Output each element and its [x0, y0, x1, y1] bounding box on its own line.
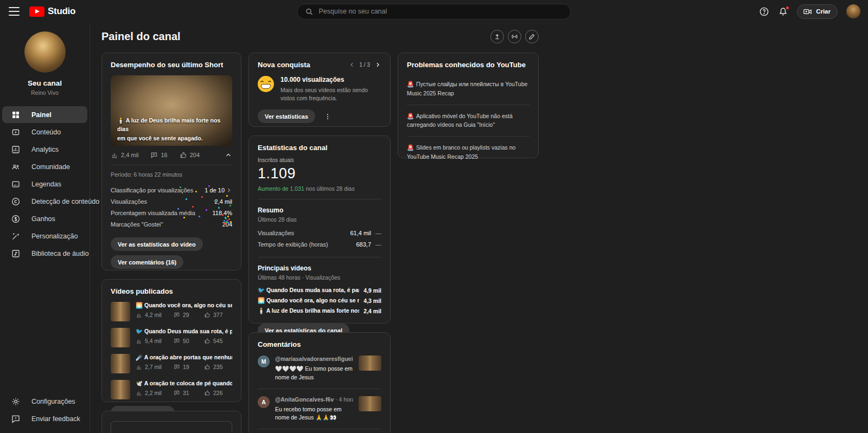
likes-icon	[204, 312, 210, 318]
upload-video-button[interactable]	[490, 30, 504, 43]
issue-item[interactable]: 🚨Slides em branco ou playlists vazias no…	[407, 136, 529, 168]
comments-icon	[174, 338, 180, 344]
sidebar-item-painel[interactable]: Painel	[2, 106, 87, 123]
youtube-logo-icon	[29, 7, 44, 17]
achievement-title: Nova conquista	[258, 61, 310, 69]
short-comments: 16	[161, 152, 167, 158]
copyright-icon	[11, 197, 21, 206]
alert-icon: 🚨	[407, 81, 414, 87]
issue-item[interactable]: 🚨Пустые слайды или плейлисты в YouTube M…	[407, 73, 529, 105]
channel-stats-title: Estatísticas do canal	[258, 144, 381, 152]
short-caption: 🕯️ A luz de Deus brilha mais forte nos d…	[111, 116, 232, 143]
main-content: Painel do canal Desempenho do seu último…	[90, 23, 868, 433]
summary-row: Visualizações 61,4 mil—	[258, 227, 381, 238]
studio-logo[interactable]: Studio	[29, 6, 75, 17]
upload-dropzone[interactable]	[111, 421, 232, 433]
short-likes: 204	[190, 152, 200, 158]
trend-flat-icon: —	[375, 230, 381, 236]
top-videos-title: Principais vídeos	[258, 264, 381, 272]
published-videos-card: Vídeos publicados 🌅 Quando você ora, alg…	[101, 279, 241, 402]
notifications-button[interactable]	[778, 7, 788, 17]
content-icon	[11, 127, 21, 137]
video-analytics-button[interactable]: Ver as estatísticas do vídeo	[111, 237, 203, 251]
alert-icon: 🚨	[407, 144, 414, 151]
sidebar-item-comunidade[interactable]: Comunidade	[2, 158, 87, 175]
dots-vertical-icon	[324, 113, 331, 120]
sidebar-item-feedback[interactable]: Enviar feedback	[2, 410, 87, 427]
search-bar[interactable]	[297, 4, 571, 20]
comment-time: · 4 horas atrás	[335, 396, 353, 403]
published-video-row[interactable]: 🌅 Quando você ora, algo no céu se movime…	[111, 302, 232, 321]
sidebar-nav: Painel Conteúdo Analytics Comunidade Leg…	[0, 104, 90, 264]
sidebar-item-ganhos[interactable]: Ganhos	[2, 210, 87, 227]
comment-row[interactable]: M @mariasalvadoraneresfigueir... · 21...…	[258, 356, 381, 382]
short-thumbnail[interactable]: 🕯️ A luz de Deus brilha mais forte nos d…	[111, 75, 232, 146]
create-button[interactable]: Criar	[797, 4, 838, 19]
sidebar-item-deteccao[interactable]: Detecção de conteúdo	[2, 193, 87, 210]
earnings-icon	[11, 214, 21, 224]
published-video-row[interactable]: 🐦 Quando Deus muda sua rota, é para te s…	[111, 328, 232, 347]
pager-prev-button[interactable]	[348, 61, 355, 68]
create-label: Criar	[816, 8, 831, 15]
sidebar-item-legendas[interactable]: Legendas	[2, 176, 87, 192]
help-button[interactable]	[759, 7, 769, 17]
issue-item[interactable]: 🚨Aplicativo móvel do YouTube não está ca…	[407, 105, 529, 137]
page-actions	[490, 30, 539, 43]
video-thumbnail	[111, 328, 130, 347]
last-short-title: Desempenho do seu último Short	[111, 61, 232, 69]
feedback-icon	[11, 414, 21, 424]
achievement-card: Nova conquista 1 / 3 10.000 visualizaçõe…	[248, 53, 391, 127]
likes-icon	[180, 151, 187, 159]
collapse-button[interactable]	[225, 151, 232, 159]
chevron-left-icon	[348, 61, 355, 68]
account-avatar[interactable]	[846, 4, 860, 18]
commenter-avatar: A	[258, 396, 270, 408]
search-input[interactable]	[319, 8, 563, 15]
dashboard-icon	[11, 110, 21, 120]
published-video-row[interactable]: ☄️ A oração abre portas que nenhum esfor…	[111, 354, 232, 373]
short-stats-row: 2,4 mil 16 204	[111, 151, 232, 159]
subscribers-count: 1.109	[258, 165, 381, 182]
short-period: Período: 6 horas 22 minutos	[111, 171, 232, 178]
published-video-row[interactable]: 🕊️ A oração te coloca de pé quando a vid…	[111, 380, 232, 399]
issues-list: 🚨Пустые слайды или плейлисты в YouTube M…	[407, 73, 529, 168]
top-video-row[interactable]: 🕯️ A luz de Deus brilha mais forte nos d…	[258, 306, 381, 316]
last-short-card: Desempenho do seu último Short 🕯️ A luz …	[101, 53, 241, 270]
go-live-button[interactable]	[508, 30, 521, 43]
see-analytics-button[interactable]: Ver estatísticas	[258, 109, 315, 123]
published-videos-title: Vídeos publicados	[111, 287, 232, 295]
more-options-button[interactable]	[324, 113, 331, 120]
short-views: 2,4 mil	[121, 152, 138, 158]
channel-stats-card: Estatísticas do canal Inscritos atuais 1…	[248, 135, 391, 324]
comments-icon	[174, 312, 180, 318]
comments-icon	[150, 151, 158, 159]
channel-avatar[interactable]	[24, 31, 66, 73]
comment-row[interactable]: A @AnitaGoncalves-f6v · 4 horas atrás Eu…	[258, 396, 381, 423]
pager-next-button[interactable]	[374, 61, 381, 68]
known-issues-card: Problemas conhecidos do YouTube 🚨Пустые …	[398, 53, 539, 158]
chevron-right-icon	[374, 61, 381, 68]
edit-button[interactable]	[525, 30, 539, 43]
pager-count: 1 / 3	[360, 62, 370, 68]
sidebar-item-analytics[interactable]: Analytics	[2, 141, 87, 158]
commenter-avatar: M	[258, 356, 270, 367]
commenter-name: @AnitaGoncalves-f6v	[275, 396, 334, 403]
grin-emoji-icon	[258, 76, 274, 92]
top-video-row[interactable]: 🐦 Quando Deus muda sua rota, é para te s…	[258, 285, 381, 295]
likes-icon	[204, 390, 210, 396]
top-video-row[interactable]: 🌅 Quando você ora, algo no céu se movime…	[258, 295, 381, 306]
channel-name: Seu canal	[4, 79, 85, 87]
metric-row[interactable]: Classificação por visualizações 1 de 10	[111, 184, 232, 196]
sidebar-item-biblioteca[interactable]: Biblioteca de áudio	[2, 245, 87, 262]
sidebar-item-configuracoes[interactable]: Configurações	[2, 393, 87, 410]
see-comments-button[interactable]: Ver comentários (16)	[111, 255, 183, 269]
metric-row: Visualizações2,4 mil	[111, 196, 232, 207]
menu-icon[interactable]	[9, 7, 20, 16]
analytics-icon	[11, 145, 21, 154]
help-icon	[759, 7, 769, 17]
sidebar-item-personalizacao[interactable]: Personalização	[2, 228, 87, 244]
video-thumbnail	[111, 354, 130, 373]
comments-icon	[174, 390, 180, 396]
metric-row: Marcações "Gostei"204	[111, 218, 232, 230]
sidebar-item-conteudo[interactable]: Conteúdo	[2, 124, 87, 140]
